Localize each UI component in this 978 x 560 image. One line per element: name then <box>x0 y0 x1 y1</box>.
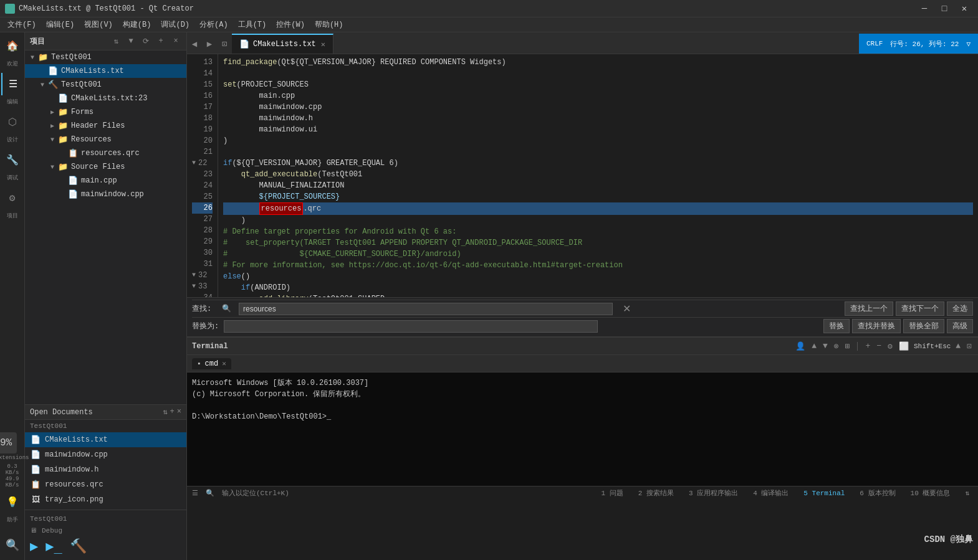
terminal-new-button[interactable]: + <box>864 340 871 352</box>
fold-arrow-33[interactable]: ▼ <box>192 281 196 292</box>
tree-item-cmake23[interactable]: ▶ 📄 CMakeLists.txt:23 <box>25 92 187 105</box>
terminal-float-button[interactable]: ⊡ <box>966 340 973 353</box>
menu-help[interactable]: 帮助(H) <box>310 18 348 31</box>
fold-arrow-32[interactable]: ▼ <box>192 270 196 281</box>
tree-item-headers[interactable]: ▶ 📁 Header Files <box>25 119 187 133</box>
doc-item-qrc[interactable]: 📋 resources.qrc <box>25 477 186 492</box>
sidebar-item-welcome[interactable]: 🏠 <box>1 35 24 57</box>
terminal-kill-button[interactable]: ⊗ <box>833 340 840 353</box>
menu-analyze[interactable]: 分析(A) <box>194 18 233 31</box>
open-docs-add[interactable]: + <box>170 407 175 417</box>
sidebar-item-debug[interactable]: 🔧 <box>1 149 24 171</box>
filter-button[interactable]: ▼ <box>125 35 137 47</box>
menu-file[interactable]: 文件(F) <box>2 18 41 31</box>
replace-all-button[interactable]: 替换全部 <box>903 319 944 333</box>
tree-item-qrc[interactable]: ▶ 📋 resources.qrc <box>25 146 187 160</box>
tab-back-button[interactable]: ◀ <box>187 34 202 54</box>
terminal-minus-button[interactable]: − <box>875 340 883 352</box>
menu-edit[interactable]: 编辑(E) <box>41 18 80 31</box>
sidebar-item-edit[interactable]: ☰ <box>1 73 24 95</box>
cmd-tab[interactable]: ▪ cmd ✕ <box>192 358 231 369</box>
status-tab-summary[interactable]: 10 概要信息 <box>907 487 954 499</box>
code-content[interactable]: find_package(Qt${QT_VERSION_MAJOR} REQUI… <box>218 54 978 297</box>
status-tab-vcs[interactable]: 6 版本控制 <box>856 487 899 499</box>
sync-button[interactable]: ⟳ <box>140 35 152 47</box>
cmd-close[interactable]: ✕ <box>222 359 226 368</box>
status-tab-problems[interactable]: 1 问题 <box>598 487 627 499</box>
menu-debug[interactable]: 调试(D) <box>156 18 194 31</box>
tree-item-cmake[interactable]: ▶ 📄 CMakeLists.txt <box>25 64 187 78</box>
terminal-settings-button[interactable]: ⚙ <box>886 340 894 353</box>
find-input[interactable] <box>239 303 613 315</box>
menu-view[interactable]: 视图(V) <box>79 18 118 31</box>
sidebar-item-extensions[interactable]: 9% <box>0 432 17 453</box>
open-docs-sort[interactable]: ⇅ <box>163 407 167 417</box>
tree-arrow-root[interactable]: ▼ <box>27 54 37 61</box>
replace-input[interactable] <box>224 320 598 333</box>
search-icon[interactable]: 🔍 <box>1 534 24 556</box>
open-docs-actions[interactable]: ⇅ + × <box>163 407 181 417</box>
close-button[interactable]: ✕ <box>956 0 973 17</box>
open-docs-close[interactable]: × <box>177 407 181 417</box>
tree-item-resources[interactable]: ▼ 📁 Resources <box>25 133 187 146</box>
close-search-button[interactable]: ✕ <box>618 301 636 316</box>
terminal-content[interactable]: Microsoft Windows [版本 10.0.26100.3037] (… <box>187 373 978 486</box>
tree-arrow-testqt[interactable]: ▼ <box>37 82 47 88</box>
tree-item-source[interactable]: ▼ 📁 Source Files <box>25 160 187 174</box>
tree-item-root[interactable]: ▼ 📁 TestQt001 <box>25 50 187 64</box>
tree-item-testqt[interactable]: ▼ 🔨 TestQt001 <box>25 78 187 92</box>
terminal-copy-button[interactable]: ⊞ <box>844 340 851 353</box>
tab-nav-button[interactable]: ⊡ <box>217 34 232 54</box>
advanced-button[interactable]: 高级 <box>947 319 973 333</box>
doc-item-mainwindow-cpp[interactable]: 📄 mainwindow.cpp <box>25 447 186 462</box>
find-prev-button[interactable]: 查找上一个 <box>845 301 893 316</box>
fold-arrow-22[interactable]: ▼ <box>192 158 196 169</box>
tree-item-mainwindow[interactable]: ▶ 📄 mainwindow.cpp <box>25 187 187 201</box>
doc-item-mainwindow-h[interactable]: 📄 mainwindow.h <box>25 462 186 477</box>
status-tab-terminal[interactable]: 5 Terminal <box>800 488 848 498</box>
run-button[interactable]: ▶ <box>30 538 38 555</box>
terminal-screen-button[interactable]: ⬜ <box>898 340 910 353</box>
status-tab-build[interactable]: 4 编译输出 <box>749 487 792 499</box>
doc-item-tray[interactable]: 🖼 tray_icon.png <box>25 492 186 507</box>
select-all-button[interactable]: 全选 <box>947 301 973 316</box>
terminal-up-button[interactable]: ▲ <box>810 340 818 352</box>
run-debug-button[interactable]: ▶̲ <box>46 538 62 555</box>
terminal-add-button[interactable]: 👤 <box>794 340 807 353</box>
status-tab-search[interactable]: 2 搜索结果 <box>635 487 678 499</box>
project-panel-actions[interactable]: ⇅ ▼ ⟳ + × <box>110 35 182 47</box>
close-panel-button[interactable]: × <box>170 35 182 47</box>
doc-item-cmake[interactable]: 📄 CMakeLists.txt <box>25 432 186 447</box>
replace-button[interactable]: 替换 <box>823 319 850 333</box>
run-buttons: ▶ ▶̲ 🔨 <box>30 538 87 555</box>
maximize-button[interactable]: □ <box>936 0 953 17</box>
tree-arrow-source[interactable]: ▼ <box>47 164 57 171</box>
bottom-panel-controls[interactable]: 👤 ▲ ▼ ⊗ ⊞ + − ⚙ ⬜ Shift+Esc ▲ ⊡ <box>794 340 973 353</box>
window-controls[interactable]: ─ □ ✕ <box>916 0 973 17</box>
sort-button[interactable]: ⇅ <box>110 35 122 47</box>
tree-arrow-resources[interactable]: ▼ <box>47 136 57 143</box>
tree-item-main[interactable]: ▶ 📄 main.cpp <box>25 174 187 187</box>
panel-toggle-button[interactable]: ☰ <box>192 489 198 497</box>
tab-close-button[interactable]: ✕ <box>321 40 325 49</box>
menu-build[interactable]: 构建(B) <box>118 18 156 31</box>
tree-item-forms[interactable]: ▶ 📁 Forms <box>25 105 187 119</box>
sidebar-item-help[interactable]: 💡 <box>1 491 24 513</box>
status-tab-app-output[interactable]: 3 应用程序输出 <box>685 487 742 499</box>
add-button[interactable]: + <box>155 35 167 47</box>
terminal-down-button[interactable]: ▼ <box>822 340 829 352</box>
sidebar-item-design[interactable]: ⬡ <box>1 111 24 133</box>
minimize-button[interactable]: ─ <box>916 0 933 17</box>
replace-find-button[interactable]: 查找并替换 <box>852 319 901 333</box>
terminal-expand-button[interactable]: ▲ <box>954 340 962 352</box>
tree-arrow-forms[interactable]: ▶ <box>47 108 57 116</box>
menu-controls[interactable]: 控件(W) <box>271 18 310 31</box>
menu-tools[interactable]: 工具(T) <box>233 18 272 31</box>
sidebar-item-project[interactable]: ⚙ <box>1 187 24 209</box>
tree-arrow-headers[interactable]: ▶ <box>47 122 57 130</box>
build-button[interactable]: 🔨 <box>70 538 87 555</box>
tab-forward-button[interactable]: ▶ <box>202 34 217 54</box>
editor-tab-cmake[interactable]: 📄 CMakeLists.txt ✕ <box>232 34 333 54</box>
find-next-button[interactable]: 查找下一个 <box>896 301 944 316</box>
status-expand-button[interactable]: ⇅ <box>961 488 973 498</box>
